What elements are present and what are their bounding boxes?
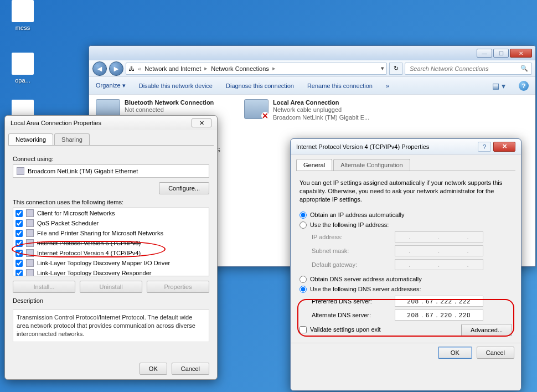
adapter-icon (17, 167, 24, 175)
description-label: Description (13, 297, 209, 304)
chevron-down-icon[interactable]: ▾ (381, 65, 384, 72)
rename-button[interactable]: Rename this connection (307, 82, 373, 89)
ipv4-properties-dialog: Internet Protocol Version 4 (TCP/IPv4) P… (290, 138, 521, 391)
connection-item-lan[interactable]: Local Area ConnectionNetwork cable unplu… (244, 99, 383, 122)
connect-using-label: Connect using: (13, 156, 209, 162)
radio-manual-dns[interactable]: Use the following DNS server addresses: (300, 286, 512, 293)
list-item: Client for Microsoft Networks (13, 208, 209, 218)
address-bar[interactable]: 🖧 « Network and Internet ▸ Network Conne… (126, 63, 387, 75)
maximize-button[interactable]: ☐ (493, 49, 509, 58)
breadcrumb[interactable]: Network and Internet (144, 65, 201, 72)
organize-button[interactable]: Organize ▾ (96, 82, 126, 89)
alternate-dns-field[interactable]: 208 . 67 . 220 . 220 (395, 310, 483, 321)
radio-auto-dns[interactable]: Obtain DNS server address automatically (300, 276, 512, 283)
back-button[interactable]: ◄ (92, 61, 107, 76)
desktop-icon[interactable]: mess (3, 0, 42, 31)
default-gateway-field: ... (395, 259, 483, 270)
command-bar: Organize ▾ Disable this network device D… (89, 77, 535, 95)
nav-bar: ◄ ► 🖧 « Network and Internet ▸ Network C… (89, 60, 535, 77)
preferred-dns-field[interactable]: 208 . 67 . 222 . 222 (395, 296, 483, 307)
close-button[interactable]: ✕ (192, 118, 211, 127)
help-button[interactable]: ? (478, 142, 491, 152)
list-item: QoS Packet Scheduler (13, 218, 209, 228)
breadcrumb[interactable]: Network Connections (211, 65, 269, 72)
radio-auto-ip[interactable]: Obtain an IP address automatically (300, 212, 512, 219)
configure-button[interactable]: Configure... (159, 182, 209, 194)
component-icon (26, 259, 34, 267)
desktop-icon[interactable]: opa... (3, 53, 42, 84)
list-item: File and Printer Sharing for Microsoft N… (13, 228, 209, 238)
diagnose-button[interactable]: Diagnose this connection (226, 82, 294, 89)
ip-address-field: ... (395, 231, 483, 243)
ipv4-description: You can get IP settings assigned automat… (300, 179, 512, 204)
cancel-button[interactable]: Cancel (172, 363, 209, 375)
window-titlebar: — ☐ ✕ (89, 46, 535, 60)
items-listbox[interactable]: Client for Microsoft Networks QoS Packet… (13, 208, 209, 276)
view-button[interactable]: ▤ ▾ (492, 81, 505, 90)
forward-button[interactable]: ► (109, 61, 123, 76)
list-item: Link-Layer Topology Discovery Mapper I/O… (13, 258, 209, 268)
search-icon: 🔍 (520, 65, 528, 72)
search-input[interactable]: 🔍 (405, 63, 532, 75)
uses-items-label: This connection uses the following items… (13, 199, 209, 205)
advanced-button[interactable]: Advanced... (461, 324, 512, 336)
ok-button[interactable]: OK (438, 347, 472, 359)
component-icon (26, 269, 34, 276)
component-icon (26, 209, 34, 217)
subnet-mask-field: ... (395, 245, 483, 256)
component-icon (26, 249, 34, 257)
more-commands-button[interactable]: » (386, 82, 389, 89)
disable-device-button[interactable]: Disable this network device (139, 82, 213, 89)
component-icon (26, 219, 34, 227)
uninstall-button[interactable]: Uninstall (80, 281, 142, 293)
tab-general[interactable]: General (296, 159, 332, 171)
list-item: Link-Layer Topology Discovery Responder (13, 268, 209, 276)
lan-properties-dialog: Local Area Connection Properties ✕ Netwo… (4, 115, 218, 380)
ok-button[interactable]: OK (140, 363, 167, 375)
list-item: Internet Protocol Version 6 (TCP/IPv6) (13, 238, 209, 248)
tab-sharing[interactable]: Sharing (54, 133, 90, 145)
properties-button[interactable]: Properties (147, 281, 209, 293)
network-icon: 🖧 (128, 65, 135, 72)
description-text: Transmission Control Protocol/Internet P… (13, 310, 209, 342)
help-button[interactable]: ? (519, 81, 529, 91)
component-icon (26, 229, 34, 237)
radio-manual-ip[interactable]: Use the following IP address: (300, 221, 512, 229)
refresh-button[interactable]: ↻ (389, 63, 402, 75)
component-icon (26, 239, 34, 247)
minimize-button[interactable]: — (477, 49, 492, 58)
tab-networking[interactable]: Networking (8, 133, 53, 145)
cancel-button[interactable]: Cancel (477, 347, 514, 359)
tab-alternate-config[interactable]: Alternate Configuration (333, 159, 410, 171)
connection-icon (244, 99, 268, 119)
adapter-box: Broadcom NetLink (TM) Gigabit Ethernet (13, 164, 209, 178)
dialog-title: Local Area Connection Properties ✕ (5, 116, 217, 130)
list-item-ipv4: Internet Protocol Version 4 (TCP/IPv4) (13, 248, 209, 258)
close-button[interactable]: ✕ (493, 142, 515, 152)
dialog-title: Internet Protocol Version 4 (TCP/IPv4) P… (291, 139, 521, 154)
install-button[interactable]: Install... (13, 281, 75, 293)
close-button[interactable]: ✕ (510, 49, 532, 58)
